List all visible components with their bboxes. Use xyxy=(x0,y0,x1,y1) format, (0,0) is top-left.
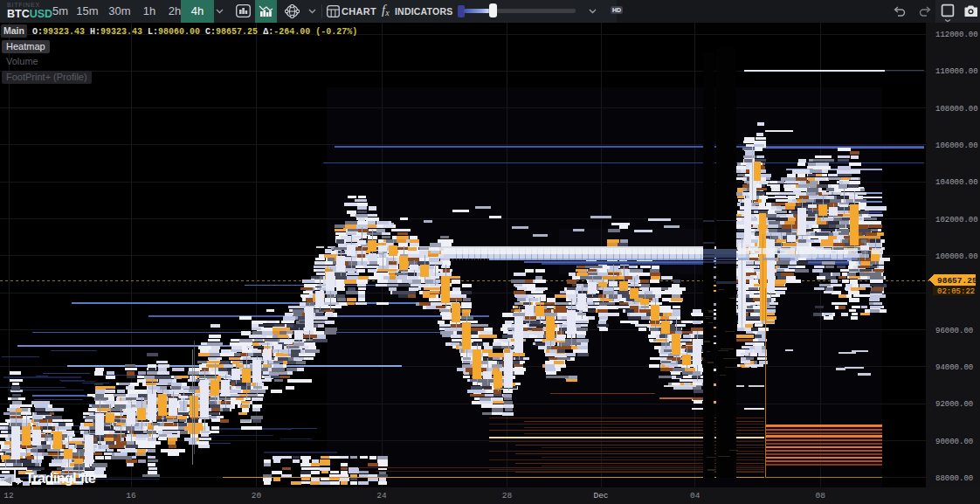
svg-text:08: 08 xyxy=(815,491,825,501)
svg-text:96000.00: 96000.00 xyxy=(935,327,973,335)
svg-text:12: 12 xyxy=(3,491,14,501)
svg-text:Dec: Dec xyxy=(593,491,608,501)
svg-text:24: 24 xyxy=(376,491,387,501)
svg-text:28: 28 xyxy=(502,491,513,501)
svg-text:102000.00: 102000.00 xyxy=(935,216,978,224)
svg-text:16: 16 xyxy=(126,491,136,501)
svg-text:94000.00: 94000.00 xyxy=(935,363,973,372)
svg-text:92000.00: 92000.00 xyxy=(935,400,973,409)
svg-text:90000.00: 90000.00 xyxy=(935,438,973,446)
svg-text:106000.00: 106000.00 xyxy=(935,142,978,150)
svg-text:TradingLite: TradingLite xyxy=(25,470,96,486)
svg-text:20: 20 xyxy=(252,491,262,501)
svg-text:108000.00: 108000.00 xyxy=(935,105,978,114)
svg-text:112000.00: 112000.00 xyxy=(935,31,978,39)
svg-text:98657.25: 98657.25 xyxy=(937,276,977,286)
svg-text:104000.00: 104000.00 xyxy=(935,178,978,187)
svg-text:100000.00: 100000.00 xyxy=(935,252,978,261)
svg-text:88000.00: 88000.00 xyxy=(935,474,973,483)
svg-text:110000.00: 110000.00 xyxy=(935,67,978,76)
svg-text:02:05:22: 02:05:22 xyxy=(937,287,975,296)
svg-text:04: 04 xyxy=(690,491,700,501)
